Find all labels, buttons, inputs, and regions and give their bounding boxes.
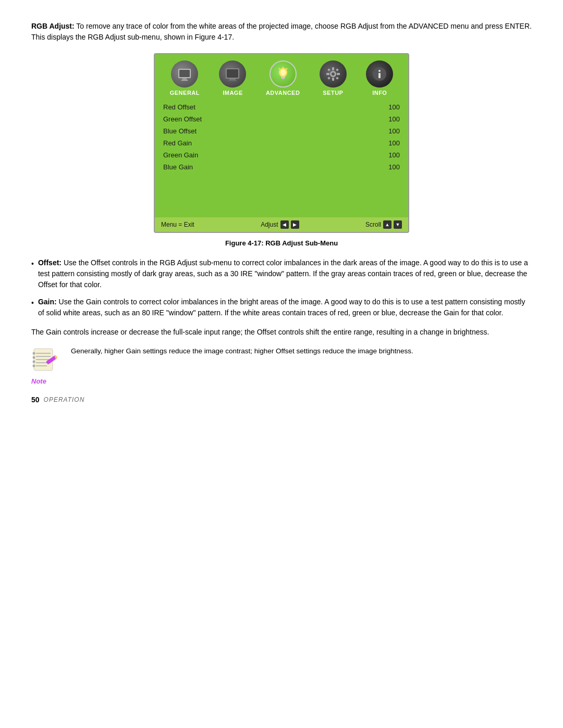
svg-rect-20 — [337, 73, 340, 75]
osd-row-blue-offset: Blue Offset 100 — [163, 125, 400, 137]
info-icon — [366, 60, 393, 88]
osd-icons-row: GENERAL IMAGE — [155, 54, 408, 99]
osd-row-red-gain: Red Gain 100 — [163, 137, 400, 149]
note-box: Note Generally, higher Gain settings red… — [31, 346, 532, 375]
svg-rect-23 — [327, 77, 331, 80]
gain-bullet: • Gain: Use the Gain controls to correct… — [31, 297, 532, 318]
scroll-down-arrow: ▼ — [394, 220, 402, 229]
green-offset-value: 100 — [369, 115, 400, 123]
general-label: GENERAL — [170, 90, 200, 96]
advanced-icon — [270, 60, 297, 88]
osd-icon-image: IMAGE — [219, 60, 246, 96]
operation-label: OPERATION — [44, 396, 85, 403]
figure-caption: Figure 4-17: RGB Adjust Sub-Menu — [31, 239, 532, 247]
red-gain-label: Red Gain — [163, 139, 369, 147]
osd-row-red-offset: Red Offset 100 — [163, 101, 400, 113]
svg-rect-24 — [336, 77, 339, 80]
osd-icon-general: GENERAL — [170, 60, 200, 96]
blue-offset-value: 100 — [369, 127, 400, 135]
svg-rect-5 — [227, 69, 238, 78]
gain-paragraph: The Gain controls increase or decrease t… — [31, 327, 532, 338]
osd-icon-info: INFO — [366, 60, 393, 96]
osd-icon-setup: SETUP — [320, 60, 347, 96]
svg-rect-7 — [228, 80, 237, 81]
info-label: INFO — [372, 90, 387, 96]
osd-menu-exit: Menu = Exit — [161, 221, 194, 228]
adjust-left-arrow: ◀ — [280, 220, 289, 229]
svg-point-26 — [378, 70, 381, 72]
osd-icon-advanced: ADVANCED — [266, 60, 300, 96]
page-footer: 50 OPERATION — [31, 396, 532, 404]
advanced-label: ADVANCED — [266, 90, 300, 96]
red-gain-value: 100 — [369, 139, 400, 147]
osd-footer: Menu = Exit Adjust ◀ ▶ Scroll ▲ ▼ — [155, 217, 408, 232]
red-offset-label: Red Offset — [163, 103, 369, 111]
scroll-up-arrow: ▲ — [383, 220, 391, 229]
osd-box: GENERAL IMAGE — [154, 53, 409, 233]
page-number: 50 — [31, 396, 40, 404]
svg-line-13 — [286, 68, 287, 69]
svg-point-11 — [280, 69, 286, 76]
scroll-label: Scroll — [365, 221, 381, 228]
red-offset-value: 100 — [369, 103, 400, 111]
osd-container: GENERAL IMAGE — [31, 53, 532, 233]
offset-bullet: • Offset: Use the Offset controls in the… — [31, 257, 532, 290]
svg-point-37 — [33, 365, 35, 367]
svg-rect-1 — [179, 70, 190, 77]
svg-point-16 — [332, 72, 335, 76]
note-icon-container: Note — [31, 346, 63, 375]
bullet-section: • Offset: Use the Offset controls in the… — [31, 257, 532, 318]
svg-point-35 — [33, 356, 35, 359]
offset-bold-label: Offset: — [38, 258, 62, 267]
note-text-label: Note — [31, 377, 60, 385]
setup-icon — [320, 60, 347, 88]
svg-rect-3 — [181, 80, 188, 81]
adjust-right-arrow: ▶ — [291, 220, 299, 229]
osd-row-green-gain: Green Gain 100 — [163, 149, 400, 161]
svg-rect-19 — [326, 73, 329, 75]
svg-rect-9 — [281, 77, 285, 78]
general-icon — [171, 60, 198, 88]
page-content: RGB Adjust: To remove any trace of color… — [31, 21, 532, 404]
gain-text: Use the Gain controls to correct color i… — [38, 298, 525, 317]
setup-label: SETUP — [323, 90, 343, 96]
svg-point-36 — [33, 361, 35, 363]
gain-bullet-text: Gain: Use the Gain controls to correct c… — [38, 297, 532, 318]
svg-rect-2 — [182, 78, 187, 80]
blue-offset-label: Blue Offset — [163, 127, 369, 135]
intro-paragraph: RGB Adjust: To remove any trace of color… — [31, 21, 532, 43]
osd-menu-body: Red Offset 100 Green Offset 100 Blue Off… — [155, 99, 408, 217]
offset-bullet-text: Offset: Use the Offset controls in the R… — [38, 257, 532, 290]
osd-row-green-offset: Green Offset 100 — [163, 113, 400, 125]
gain-bullet-dot: • — [31, 298, 34, 309]
svg-rect-17 — [332, 67, 334, 70]
image-icon — [219, 60, 246, 88]
gain-bold-label: Gain: — [38, 298, 57, 306]
svg-rect-22 — [336, 68, 339, 71]
blue-gain-label: Blue Gain — [163, 163, 369, 171]
note-svg-icon — [31, 346, 60, 375]
image-label: IMAGE — [223, 90, 243, 96]
svg-line-14 — [279, 68, 280, 69]
osd-empty-area — [163, 173, 400, 215]
svg-rect-18 — [332, 78, 334, 81]
adjust-label: Adjust — [261, 221, 278, 228]
osd-scroll-controls: Scroll ▲ ▼ — [365, 220, 402, 229]
svg-rect-10 — [282, 78, 285, 79]
svg-point-34 — [33, 352, 35, 355]
svg-rect-27 — [378, 73, 381, 78]
intro-text: To remove any trace of color from the wh… — [31, 22, 532, 41]
osd-row-blue-gain: Blue Gain 100 — [163, 161, 400, 173]
offset-text: Use the Offset controls in the RGB Adjus… — [38, 258, 528, 289]
blue-gain-value: 100 — [369, 163, 400, 171]
osd-adjust-controls: Adjust ◀ ▶ — [261, 220, 299, 229]
green-offset-label: Green Offset — [163, 115, 369, 123]
intro-bold: RGB Adjust: — [31, 22, 75, 30]
note-content: Generally, higher Gain settings reduce t… — [71, 346, 413, 356]
svg-rect-6 — [229, 79, 236, 80]
green-gain-label: Green Gain — [163, 151, 369, 159]
svg-rect-21 — [327, 68, 331, 71]
green-gain-value: 100 — [369, 151, 400, 159]
offset-bullet-dot: • — [31, 258, 34, 269]
